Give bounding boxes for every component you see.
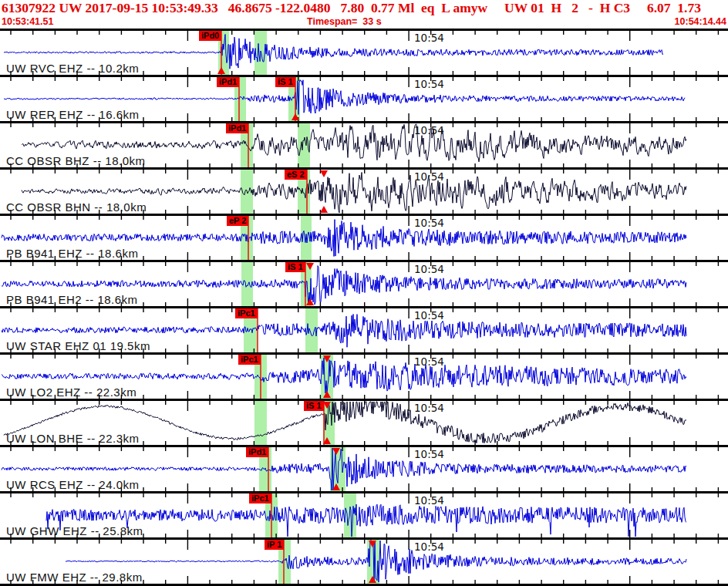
seismic-waveform-viewer: { "header": { "line1": "61307922 UW 2017… xyxy=(0,0,728,586)
minute-label: 10:54 xyxy=(414,263,444,275)
trace-row: iPd1iS 110:54UW RER EHZ -- 16.6km xyxy=(0,75,728,121)
phase-pick-flag[interactable]: iPd1 xyxy=(226,123,248,133)
station-channel-label: PB B941 EH2 -- 18.6km xyxy=(6,293,138,306)
minute-label: 10:54 xyxy=(414,541,444,553)
phase-pick-flag[interactable]: iPc1 xyxy=(249,493,271,503)
station-channel-label: CC OBSR BHZ -- 18.0km xyxy=(6,154,146,167)
minute-label: 10:54 xyxy=(414,124,444,136)
trace-row: iPc110:54UW STAR EHZ 01 19.5km xyxy=(0,306,728,352)
phase-pick-flag[interactable]: iS 1 xyxy=(304,401,324,411)
trace-row: eP 210:54PB B941 EHZ -- 18.6km xyxy=(0,214,728,260)
window-start-time: 10:53:41.51 xyxy=(2,16,53,27)
arrival-marker-down-triangle xyxy=(320,170,328,177)
minute-label: 10:54 xyxy=(414,494,444,507)
minute-label: 10:54 xyxy=(414,170,444,183)
minute-label: 10:54 xyxy=(414,402,444,414)
station-channel-label: UW RER EHZ -- 16.6km xyxy=(6,108,140,121)
trace-row: iPd110:54CC OBSR BHZ -- 18.0km xyxy=(0,121,728,167)
station-channel-label: UW RCS EHZ -- 24.0km xyxy=(6,478,140,491)
trace-row: iPd110:54UW RCS EHZ -- 24.0km xyxy=(0,445,728,491)
station-channel-label: PB B941 EHZ -- 18.6km xyxy=(6,247,138,260)
trace-panel: iPd010:54UW RVC EHZ -- 10.2kmiPd1iS 110:… xyxy=(0,29,728,586)
pick-uncertainty-band xyxy=(344,493,356,537)
phase-pick-flag[interactable]: iS 1 xyxy=(285,262,305,272)
minute-label: 10:54 xyxy=(414,355,444,368)
phase-pick-flag[interactable]: eP 2 xyxy=(227,216,248,226)
pick-uncertainty-band xyxy=(254,401,267,445)
trace-row: iPc110:54UW GHW EHZ -- 25.8km xyxy=(0,491,728,537)
minute-label: 10:54 xyxy=(414,448,444,460)
trace-row: iP 110:54UW FMW EHZ -- 29.8km xyxy=(0,537,728,584)
phase-pick-flag[interactable]: iPd0 xyxy=(199,31,221,41)
trace-row: eS 210:54CC OBSR BHN -- 18.0km xyxy=(0,167,728,214)
station-channel-label: UW LO2 EHZ -- 22.3km xyxy=(6,386,136,399)
minute-label: 10:54 xyxy=(414,217,444,229)
time-window-line: 10:53:41.51 Timespan= 33 s 10:54:14.44 xyxy=(0,16,728,29)
phase-pick-flag[interactable]: iPd1 xyxy=(246,447,268,457)
trace-row: iS 110:54PB B941 EH2 -- 18.6km xyxy=(0,260,728,306)
minute-label: 10:54 xyxy=(414,32,444,44)
station-channel-label: CC OBSR BHN -- 18.0km xyxy=(6,200,147,214)
phase-pick-flag[interactable]: iPc1 xyxy=(238,355,261,365)
trace-row: iS 110:54UW LON BHE -- 22.3km xyxy=(0,399,728,445)
station-channel-label: UW LON BHE -- 22.3km xyxy=(6,432,140,445)
window-end-time: 10:54:14.44 xyxy=(675,16,726,27)
arrival-marker-up-triangle xyxy=(320,206,328,213)
phase-pick-flag[interactable]: eS 2 xyxy=(285,170,307,180)
station-channel-label: UW RVC EHZ -- 10.2km xyxy=(6,62,139,75)
trace-row: iPd010:54UW RVC EHZ -- 10.2km xyxy=(0,29,728,75)
trace-row: iPc110:54UW LO2 EHZ -- 22.3km xyxy=(0,352,728,399)
station-channel-label: UW GHW EHZ -- 25.8km xyxy=(6,524,143,537)
station-channel-label: UW FMW EHZ -- 29.8km xyxy=(6,571,143,584)
minute-label: 10:54 xyxy=(414,309,444,322)
station-channel-label: UW STAR EHZ 01 19.5km xyxy=(6,339,150,352)
event-summary-line: 61307922 UW 2017-09-15 10:53:49.33 46.86… xyxy=(2,0,701,16)
phase-pick-flag[interactable]: iPc1 xyxy=(235,308,258,318)
event-header: 61307922 UW 2017-09-15 10:53:49.33 46.86… xyxy=(0,0,728,29)
phase-pick-flag[interactable]: iPd1 xyxy=(217,77,239,87)
timespan-label: Timespan= 33 s xyxy=(307,16,382,27)
phase-pick-flag[interactable]: iP 1 xyxy=(265,540,284,550)
minute-label: 10:54 xyxy=(414,78,444,90)
phase-pick-flag[interactable]: iS 1 xyxy=(275,77,295,87)
